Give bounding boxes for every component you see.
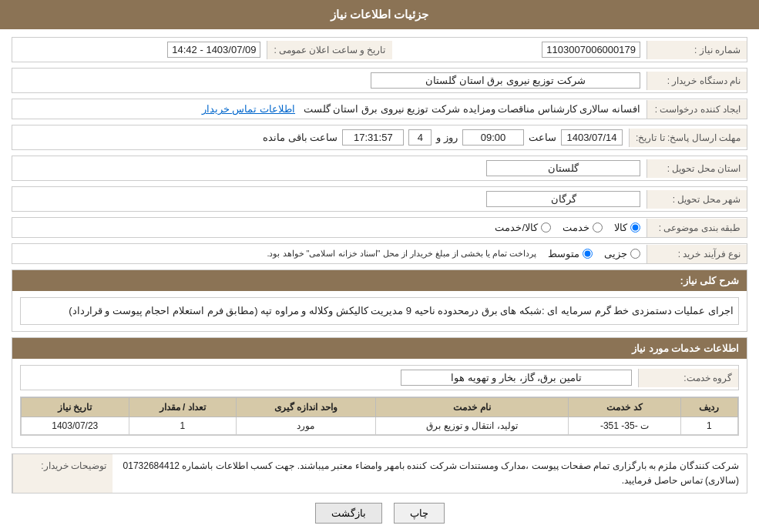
category-label-kala: کالا <box>614 222 627 233</box>
service-group-label: گروه خدمت: <box>638 369 738 387</box>
category-radio-group: کالا خدمت کالا/خدمت <box>18 222 640 233</box>
notes-section: شرکت کنندگان ملزم به بارگزاری تمام صفحات… <box>12 453 747 494</box>
purchase-type-option-motavasset: متوسط <box>548 248 593 259</box>
col-service-name: نام خدمت <box>375 398 569 417</box>
category-radio-kala-khedmat[interactable] <box>541 223 551 233</box>
purchase-type-label-motavasset: متوسط <box>548 248 579 259</box>
table-cell-0-0: 1 <box>680 417 737 435</box>
col-unit: واحد اندازه گیری <box>236 398 375 417</box>
category-option-kala-khedmat: کالا/خدمت <box>495 222 551 233</box>
service-group-row: گروه خدمت: تامین برق، گاز، بخار و تهویه … <box>20 365 739 390</box>
need-number-box: 1103007006000179 <box>542 42 640 58</box>
creator-link[interactable]: اطلاعات تماس خریدار <box>202 103 295 115</box>
category-options: کالا خدمت کالا/خدمت <box>12 218 646 237</box>
description-header: شرح کلی نیاز: <box>12 270 747 291</box>
service-group-value: تامین برق، گاز، بخار و تهویه هوا <box>21 366 638 390</box>
purchase-type-options: جزیی متوسط پرداخت تمام یا بخشی از مبلغ خ… <box>12 244 646 263</box>
table-cell-0-4: 1 <box>129 417 236 435</box>
buyer-name-box: شرکت توزیع نیروی برق استان گلستان <box>371 72 640 89</box>
delivery-city-label: شهر محل تحویل : <box>646 190 747 209</box>
back-button[interactable]: بازگشت <box>315 503 382 524</box>
deadline-values: 1403/07/14 ساعت 09:00 روز و 4 17:31:57 س… <box>12 125 629 149</box>
deadline-time-box: 09:00 <box>462 129 524 146</box>
description-body: اجرای عملیات دستمزدی خط گرم سرمایه ای :ش… <box>12 291 747 331</box>
buyer-name-row: نام دستگاه خریدار : شرکت توزیع نیروی برق… <box>12 68 747 93</box>
deadline-row: مهلت ارسال پاسخ: تا تاریخ: 1403/07/14 سا… <box>12 125 747 150</box>
page-container: جزئیات اطلاعات نیاز شماره نیاز : 1103007… <box>0 0 759 532</box>
deadline-time-label: ساعت <box>529 132 556 143</box>
print-button[interactable]: چاپ <box>394 503 445 524</box>
services-table-container: ردیف کد خدمت نام خدمت واحد اندازه گیری ت… <box>20 396 739 436</box>
col-service-code: کد خدمت <box>569 398 680 417</box>
table-cell-0-5: 1403/07/23 <box>22 417 129 435</box>
purchase-type-row: نوع فرآیند خرید : جزیی متوسط پرداخت تمام… <box>12 243 747 264</box>
category-row: طبقه بندی موضوعی : کالا خدمت کالا/خدمت <box>12 217 747 238</box>
services-body: گروه خدمت: تامین برق، گاز، بخار و تهویه … <box>12 359 747 447</box>
delivery-city-value: گرگان <box>12 187 646 211</box>
category-radio-kala[interactable] <box>630 223 640 233</box>
category-label: طبقه بندی موضوعی : <box>646 219 747 237</box>
deadline-remaining-label: ساعت باقی مانده <box>263 132 338 143</box>
announcement-date-label: تاریخ و ساعت اعلان عمومی : <box>267 41 391 59</box>
purchase-type-radio-motavasset[interactable] <box>583 249 593 259</box>
page-title: جزئیات اطلاعات نیاز <box>331 8 428 21</box>
category-label-khedmat: خدمت <box>563 222 589 233</box>
announcement-date-box: 1403/07/09 - 14:42 <box>167 42 260 58</box>
deadline-days-label: روز و <box>436 132 458 143</box>
table-cell-0-3: مورد <box>236 417 375 435</box>
notes-content: شرکت کنندگان ملزم به بارگزاری تمام صفحات… <box>113 454 747 493</box>
footer-buttons: چاپ بازگشت <box>12 503 747 532</box>
buyer-name-label: نام دستگاه خریدار : <box>646 72 747 90</box>
description-section: شرح کلی نیاز: اجرای عملیات دستمزدی خط گر… <box>12 269 747 332</box>
services-header: اطلاعات خدمات مورد نیاز <box>12 338 747 359</box>
need-number-label: شماره نیاز : <box>646 41 747 59</box>
purchase-type-label: نوع فرآیند خرید : <box>646 245 747 263</box>
creator-value: افسانه سالاری کارشناس مناقصات ومزایده شر… <box>12 99 646 119</box>
announcement-date-value: 1403/07/09 - 14:42 <box>12 38 267 62</box>
creator-row: ایجاد کننده درخواست : افسانه سالاری کارش… <box>12 99 747 119</box>
col-date: تاریخ نیاز <box>22 398 129 417</box>
service-group-box: تامین برق، گاز، بخار و تهویه هوا <box>401 370 632 386</box>
delivery-province-row: استان محل تحویل : گلستان <box>12 156 747 181</box>
notes-label: توضیحات خریدار: <box>12 454 113 493</box>
deadline-remaining-box: 17:31:57 <box>342 129 404 146</box>
deadline-days-box: 4 <box>408 129 432 146</box>
table-cell-0-1: ت -35- 351- <box>569 417 680 435</box>
table-header-row: ردیف کد خدمت نام خدمت واحد اندازه گیری ت… <box>22 398 738 417</box>
purchase-type-label-jozii: جزیی <box>604 248 627 259</box>
table-cell-0-2: تولید، انتقال و توزیع برق <box>375 417 569 435</box>
need-number-value: 1103007006000179 <box>392 38 647 62</box>
description-content: اجرای عملیات دستمزدی خط گرم سرمایه ای :ش… <box>20 297 739 325</box>
services-table: ردیف کد خدمت نام خدمت واحد اندازه گیری ت… <box>21 397 738 435</box>
deadline-date-box: 1403/07/14 <box>561 129 623 146</box>
deadline-label: مهلت ارسال پاسخ: تا تاریخ: <box>629 129 747 147</box>
need-number-row: شماره نیاز : 1103007006000179 تاریخ و سا… <box>12 37 747 62</box>
page-header: جزئیات اطلاعات نیاز <box>0 0 759 29</box>
content-area: شماره نیاز : 1103007006000179 تاریخ و سا… <box>0 29 759 532</box>
delivery-city-box: گرگان <box>486 191 640 207</box>
col-quantity: تعداد / مقدار <box>129 398 236 417</box>
col-row-num: ردیف <box>680 398 737 417</box>
delivery-province-value: گلستان <box>12 156 646 180</box>
purchase-type-option-jozii: جزیی <box>604 248 640 259</box>
purchase-type-radio-jozii[interactable] <box>630 249 640 259</box>
delivery-province-box: گلستان <box>486 160 640 176</box>
purchase-type-note: پرداخت تمام یا بخشی از مبلغ خریدار از مح… <box>267 249 536 259</box>
delivery-city-row: شهر محل تحویل : گرگان <box>12 186 747 212</box>
purchase-type-radio-group: جزیی متوسط پرداخت تمام یا بخشی از مبلغ خ… <box>18 248 640 259</box>
creator-text: افسانه سالاری کارشناس مناقصات ومزایده شر… <box>304 103 640 115</box>
services-section: اطلاعات خدمات مورد نیاز گروه خدمت: تامین… <box>12 337 747 448</box>
delivery-province-label: استان محل تحویل : <box>646 159 747 178</box>
buyer-name-value: شرکت توزیع نیروی برق استان گلستان <box>12 69 646 92</box>
category-radio-khedmat[interactable] <box>593 223 603 233</box>
category-option-khedmat: خدمت <box>563 222 603 233</box>
notes-table: شرکت کنندگان ملزم به بارگزاری تمام صفحات… <box>12 454 747 493</box>
creator-label: ایجاد کننده درخواست : <box>646 100 747 119</box>
category-option-kala: کالا <box>614 222 640 233</box>
category-label-kala-khedmat: کالا/خدمت <box>495 222 538 233</box>
table-row: 1ت -35- 351-تولید، انتقال و توزیع برقمور… <box>22 417 738 435</box>
